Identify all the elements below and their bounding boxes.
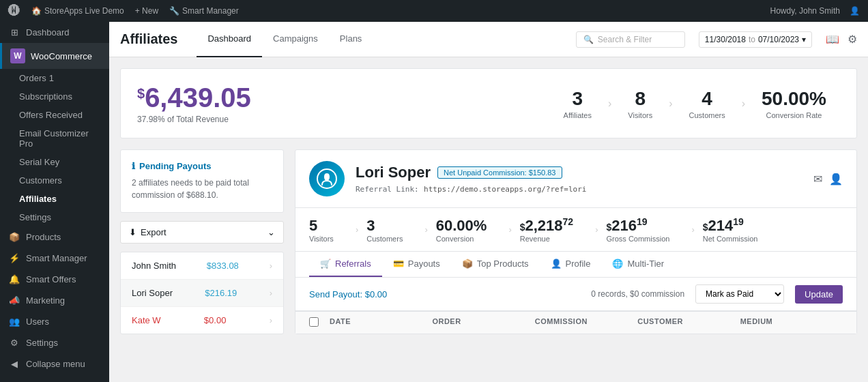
dashboard-icon: ⊞ <box>8 27 20 38</box>
sidebar-item-affiliates[interactable]: Affiliates <box>0 190 109 208</box>
affiliate-chevron-1: › <box>270 288 272 298</box>
revenue-decimal: 72 <box>563 216 574 227</box>
th-customer: CUSTOMER <box>637 317 740 328</box>
th-date: DATE <box>330 317 432 328</box>
affiliate-row-2[interactable]: Kate W $0.00 › <box>121 307 283 334</box>
pending-title-text: Pending Payouts <box>139 161 211 171</box>
pending-icon: ℹ <box>132 161 135 171</box>
sidebar-item-orders[interactable]: Orders 1 <box>0 69 109 87</box>
detail-stat-gross-commission: $21619 Gross Commission <box>607 216 684 243</box>
stat-group: 3 Affiliates › 8 Visitors › 4 Customers … <box>273 88 840 119</box>
sidebar-item-collapse[interactable]: ◀ Collapse menu <box>0 353 109 374</box>
sidebar-item-offers-received[interactable]: Offers Received <box>0 106 109 124</box>
affiliate-chevron-2: › <box>270 315 272 325</box>
detail-tab-payouts[interactable]: 💳 Payouts <box>382 252 451 277</box>
search-icon: 🔍 <box>583 35 594 44</box>
two-col-layout: ℹ Pending Payouts 2 affiliates needs to … <box>120 149 857 334</box>
th-order: ORDER <box>432 317 534 328</box>
detail-chevron-3: › <box>500 224 519 235</box>
select-all-checkbox[interactable] <box>309 317 319 327</box>
affiliate-detail-panel: Lori Soper Net Unpaid Commission: $150.8… <box>295 149 857 334</box>
referrals-icon: 🛒 <box>320 259 331 269</box>
content-area: $6,439.05 37.98% of Total Revenue 3 Affi… <box>109 57 868 382</box>
detail-tabs: 🛒 Referrals 💳 Payouts 📦 Top Products <box>295 252 856 278</box>
wp-logo-icon[interactable]: 🅦 <box>8 4 20 18</box>
tab-campaigns[interactable]: Campaigns <box>262 22 329 57</box>
sidebar-item-settings[interactable]: ⚙ Settings <box>0 332 109 353</box>
detail-chevron-5: › <box>683 224 702 235</box>
net-decimal: 19 <box>733 216 744 227</box>
admin-bar: 🅦 🏠 StoreApps Live Demo + New 🔧 Smart Ma… <box>0 0 868 22</box>
referral-link-row: Referral Link: https://demo.storeapps.or… <box>356 184 802 194</box>
gear-icon[interactable]: ⚙ <box>848 33 857 46</box>
detail-tab-profile[interactable]: 👤 Profile <box>540 252 602 277</box>
stat-chevron-2: › <box>666 98 675 110</box>
plugin-name-link[interactable]: 🔧 Smart Manager <box>169 6 239 16</box>
date-range-picker[interactable]: 11/30/2018 to 07/10/2023 ▾ <box>699 31 812 48</box>
settings-icon: ⚙ <box>8 338 20 348</box>
sidebar-item-serial-key[interactable]: Serial Key <box>0 153 109 171</box>
detail-tab-referrals[interactable]: 🛒 Referrals <box>309 252 382 277</box>
affiliate-name-2: Kate W <box>132 315 161 325</box>
user-avatar-icon: 👤 <box>850 6 860 16</box>
affiliate-row-0[interactable]: John Smith $833.08 › <box>121 252 283 280</box>
email-action-button[interactable]: ✉ <box>813 173 822 186</box>
smart-manager-icon: ⚡ <box>8 253 20 263</box>
export-button[interactable]: ⬇ Export ⌄ <box>120 221 284 244</box>
pending-payouts-card: ℹ Pending Payouts 2 affiliates needs to … <box>120 149 284 213</box>
sidebar: ⊞ Dashboard W WooCommerce Orders 1 Subsc… <box>0 22 109 382</box>
marketing-icon: 📣 <box>8 295 20 306</box>
stats-row: $6,439.05 37.98% of Total Revenue 3 Affi… <box>120 68 857 138</box>
detail-stat-customers: 3 Customers <box>366 217 416 243</box>
sidebar-item-marketing[interactable]: 📣 Marketing <box>0 290 109 311</box>
left-column: ℹ Pending Payouts 2 affiliates needs to … <box>120 149 284 334</box>
users-icon: 👥 <box>8 317 20 327</box>
sidebar-item-settings-woo[interactable]: Settings <box>0 208 109 226</box>
smart-offers-icon: 🔔 <box>8 274 20 284</box>
main-content: Affiliates Dashboard Campaigns Plans 🔍 S… <box>109 22 868 382</box>
affiliate-name-0: John Smith <box>132 261 176 271</box>
revenue-subtitle: 37.98% of Total Revenue <box>137 115 251 124</box>
profile-action-button[interactable]: 👤 <box>829 173 843 186</box>
sidebar-item-smart-manager[interactable]: ⚡ Smart Manager <box>0 248 109 269</box>
howdy-text: Howdy, John Smith <box>770 6 841 16</box>
sidebar-item-dashboard[interactable]: ⊞ Dashboard <box>0 22 109 43</box>
export-label: Export <box>141 227 167 237</box>
th-check <box>309 317 330 328</box>
stat-visitors: 8 Visitors <box>614 88 666 119</box>
affiliate-name-1: Lori Soper <box>132 288 173 298</box>
orders-badge: 1 <box>49 73 54 83</box>
stat-chevron-1: › <box>605 98 614 110</box>
sidebar-item-users[interactable]: 👥 Users <box>0 311 109 332</box>
detail-stat-net-commission: $21419 Net Commission <box>703 216 772 243</box>
detail-stat-conversion: 60.00% Conversion <box>436 217 501 243</box>
th-commission: COMMISSION <box>535 317 637 328</box>
update-button[interactable]: Update <box>795 285 843 304</box>
detail-stats: 5 Visitors › 3 Customers › 60.00% <box>295 208 856 252</box>
sidebar-item-subscriptions[interactable]: Subscriptions <box>0 87 109 106</box>
site-name-link[interactable]: 🏠 StoreApps Live Demo <box>31 6 124 16</box>
detail-tab-top-products[interactable]: 📦 Top Products <box>451 252 540 277</box>
sidebar-item-email-customizer[interactable]: Email Customizer Pro <box>0 124 109 153</box>
page-title: Affiliates <box>120 31 177 47</box>
revenue-amount: 6,439.05 <box>145 83 251 113</box>
affiliate-row-1[interactable]: Lori Soper $216.19 › <box>121 280 283 307</box>
th-medium: MEDIUM <box>740 317 843 328</box>
affiliate-amount-0: $833.08 <box>207 261 239 271</box>
currency-symbol: $ <box>137 86 145 101</box>
sidebar-item-products[interactable]: 📦 Products <box>0 226 109 248</box>
sidebar-item-smart-offers[interactable]: 🔔 Smart Offers <box>0 269 109 290</box>
detail-tab-multi-tier[interactable]: 🌐 Multi-Tier <box>601 252 675 277</box>
book-icon[interactable]: 📖 <box>826 33 839 46</box>
sidebar-woocommerce-header[interactable]: W WooCommerce <box>0 43 109 69</box>
mark-paid-select[interactable]: Mark as Paid <box>695 284 784 304</box>
tab-dashboard[interactable]: Dashboard <box>197 22 262 57</box>
affiliate-amount-2: $0.00 <box>204 315 227 325</box>
new-button[interactable]: + New <box>135 6 158 16</box>
woocommerce-icon: W <box>10 48 25 63</box>
tab-plans[interactable]: Plans <box>329 22 373 57</box>
commission-badge: Net Unpaid Commission: $150.83 <box>437 166 562 179</box>
search-filter[interactable]: 🔍 Search & Filter <box>576 31 685 48</box>
sidebar-item-customers[interactable]: Customers <box>0 171 109 190</box>
right-column: Lori Soper Net Unpaid Commission: $150.8… <box>295 149 857 334</box>
